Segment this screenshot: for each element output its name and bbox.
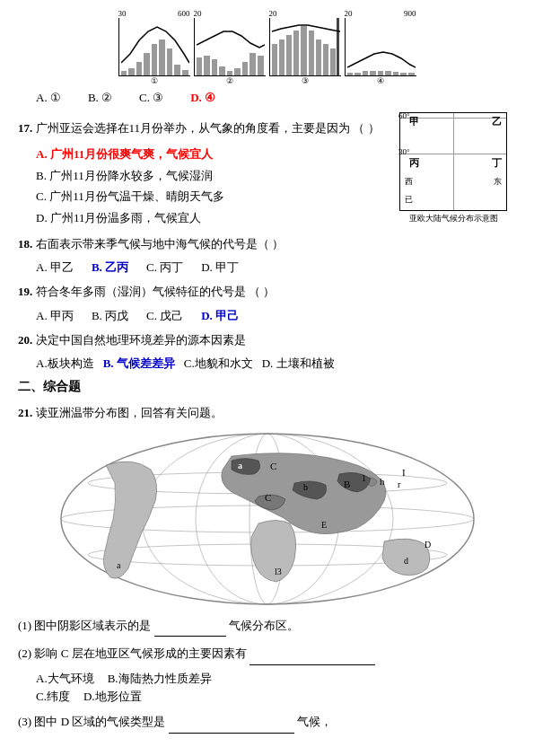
svg-text:B: B <box>344 479 350 489</box>
answer-D-selected: D. ④ <box>190 91 215 105</box>
answer-C: C. ③ <box>139 91 163 105</box>
world-map-svg: a C C b B 1 h I r Ir a d D l3 E <box>52 429 483 609</box>
temp-line-2 <box>197 18 265 75</box>
q21-s2-optD: D.地形位置 <box>83 689 142 705</box>
q18-options: A. 甲乙 B. 乙丙 C. 丙丁 D. 甲丁 <box>36 259 392 276</box>
q18-optA: A. 甲乙 <box>36 259 74 276</box>
q19-text: 符合冬年多雨（湿润）气候特征的代号是 <box>36 285 246 298</box>
section-2-title: 二、综合题 <box>18 379 516 395</box>
q18-num: 18. <box>18 237 36 251</box>
q21-s2-optA: A.大气环境 <box>36 671 94 687</box>
map-label-ding: 丁 <box>492 156 502 170</box>
small-map: 60° 30° 甲 乙 丙 丁 西 东 已 <box>399 112 507 211</box>
svg-text:a: a <box>117 560 121 570</box>
q17-optionA: A. 广州11月份很爽气爽，气候宜人 <box>36 144 392 164</box>
q17-optionB: B. 广州11月份降水较多，气候湿润 <box>36 165 392 186</box>
svg-text:I: I <box>402 467 406 478</box>
q19-num: 19. <box>18 285 36 298</box>
q19-optB: B. 丙戊 <box>92 308 128 324</box>
svg-text:C: C <box>270 461 276 471</box>
chart-answer-row: A. ① B. ② C. ③ D. ④ <box>36 91 516 105</box>
temp-line-1 <box>121 18 189 75</box>
q18-text: 右面表示带来季气候与地中海气候的代号是（ <box>36 237 269 251</box>
q21-s2-num: (2) <box>18 646 31 660</box>
q21-s3-suffix: 气候， <box>297 715 332 728</box>
map-label-yi: 乙 <box>492 115 502 128</box>
map-west-label: 西 <box>405 176 413 188</box>
svg-text:d: d <box>404 556 408 566</box>
q17-text: 广州亚运会选择在11月份举办，从气象的角度看，主要是因为 <box>36 121 351 135</box>
q17-num: 17. <box>18 121 36 135</box>
map-east-label: 东 <box>494 176 502 188</box>
svg-text:D: D <box>425 540 431 549</box>
q21-intro: 21. 读亚洲温带分布图，回答有关问题。 <box>18 402 516 423</box>
q21-s2-options2: C.纬度 D.地形位置 <box>36 689 516 705</box>
small-map-container: 60° 30° 甲 乙 丙 丁 西 东 已 亚欧大陆气候分布示意图 <box>399 112 516 276</box>
q21-s3-fill <box>169 710 294 734</box>
map-label-jia: 甲 <box>409 115 419 128</box>
svg-text:h: h <box>380 476 385 487</box>
q21-s2-optB: B.海陆热力性质差异 <box>108 671 212 687</box>
q21-s1-text: 图中阴影区域表示的是 <box>34 619 151 632</box>
chart-2: 20 ② <box>194 9 266 85</box>
q21-s3-text: 图中 D 区域的气候类型是 <box>34 715 165 728</box>
svg-text:a: a <box>238 461 242 470</box>
q17-content: 17. 广州亚运会选择在11月份举办，从气象的角度看，主要是因为 （ ） A. … <box>18 112 392 276</box>
question-20: 20. 决定中国自然地理环境差异的源本因素是 <box>18 330 516 350</box>
q21-s2-options: A.大气环境 B.海陆热力性质差异 <box>36 671 516 687</box>
q21-s1-fill <box>154 614 226 637</box>
question-19: 19. 符合冬年多雨（湿润）气候特征的代号是 （ ） <box>18 281 516 302</box>
q21: 21. 读亚洲温带分布图，回答有关问题。 <box>18 402 516 733</box>
q17-optionD: D. 广州11月份温多雨，气候宜人 <box>36 207 392 228</box>
world-map-container: a C C b B 1 h I r Ir a d D l3 E <box>18 429 516 609</box>
svg-text:C: C <box>265 492 271 503</box>
q20-options: A.板块构造 B. 气候差差异 C.地貌和水文 D. 土壤和植被 <box>36 356 516 372</box>
q20-text: 决定中国自然地理环境差异的源本因素是 <box>36 333 246 347</box>
svg-text:1: 1 <box>362 473 366 483</box>
q17-bracket: （ ） <box>353 121 379 135</box>
q21-sub2: (2) 影响 C 层在地亚区气候形成的主要因素有 <box>18 642 516 665</box>
q21-sub1: (1) 图中阴影区域表示的是 气候分布区。 <box>18 614 516 637</box>
q21-s1-suffix: 气候分布区。 <box>229 619 299 632</box>
q20-num: 20. <box>18 333 36 347</box>
q19-optD: D. 甲己 <box>201 308 239 324</box>
svg-text:r: r <box>398 479 401 489</box>
q18-optD: D. 甲丁 <box>201 259 239 276</box>
q21-s2-fill <box>249 642 375 665</box>
q20-optC: C.地貌和水文 <box>184 356 253 372</box>
chart-3: 20 ③ <box>269 9 341 85</box>
chart-4: 20 900 ④ <box>345 9 416 85</box>
map-label-ji: 已 <box>405 194 413 206</box>
q21-s1-num: (1) <box>18 619 31 632</box>
map-label-bing: 丙 <box>409 156 419 170</box>
answer-A: A. ① <box>36 91 61 105</box>
q17-with-map: 17. 广州亚运会选择在11月份举办，从气象的角度看，主要是因为 （ ） A. … <box>18 112 516 276</box>
q20-optA: A.板块构造 <box>36 356 94 372</box>
q20-optB: B. 气候差差异 <box>103 356 175 372</box>
q18-optB: B. 乙丙 <box>92 259 128 276</box>
q19-optA: A. 甲丙 <box>36 308 74 324</box>
world-map: a C C b B 1 h I r Ir a d D l3 E <box>52 429 483 609</box>
q19-optC: C. 戊己 <box>146 308 183 324</box>
chart-1: 30 600 ① <box>118 9 190 85</box>
q18-optC: C. 丙丁 <box>146 259 183 276</box>
charts-area: 30 600 ① 20 <box>18 9 516 85</box>
q21-s3-num: (3) <box>18 715 31 728</box>
q21-s2-text: 影响 C 层在地亚区气候形成的主要因素有 <box>34 646 246 660</box>
svg-text:b: b <box>303 482 308 492</box>
q20-optD: D. 土壤和植被 <box>262 356 335 372</box>
q17-optionC: C. 广州11月份气温干燥、晴朗天气多 <box>36 186 392 207</box>
question-17: 17. 广州亚运会选择在11月份举办，从气象的角度看，主要是因为 （ ） <box>18 118 392 138</box>
q21-s2-optC: C.纬度 <box>36 689 70 705</box>
q19-options: A. 甲丙 B. 丙戊 C. 戊己 D. 甲己 <box>36 308 516 324</box>
temp-line-3 <box>272 18 340 75</box>
small-map-title: 亚欧大陆气候分布示意图 <box>399 213 507 224</box>
temp-line-4 <box>347 18 416 75</box>
question-18: 18. 右面表示带来季气候与地中海气候的代号是（ ） <box>18 233 392 254</box>
svg-text:l3: l3 <box>275 567 282 576</box>
answer-B: B. ② <box>88 91 112 105</box>
q21-sub3: (3) 图中 D 区域的气候类型是 气候， <box>18 710 516 734</box>
svg-text:E: E <box>321 520 327 530</box>
